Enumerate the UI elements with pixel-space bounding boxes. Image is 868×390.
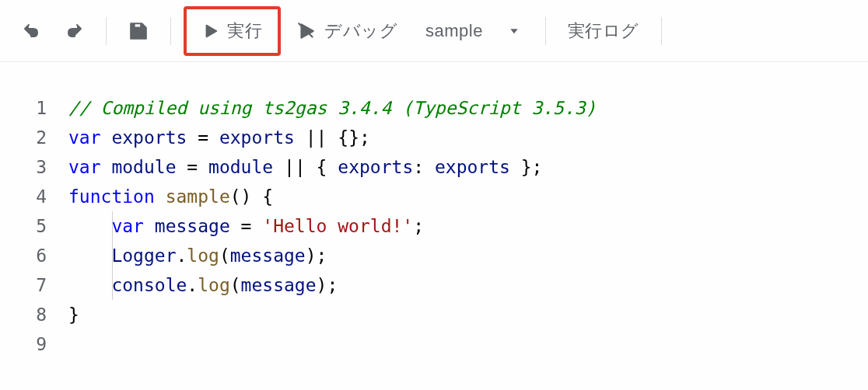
save-button[interactable] (119, 12, 158, 50)
code-line: // Compiled using ts2gas 3.4.4 (TypeScri… (68, 93, 868, 123)
line-number: 5 (0, 211, 47, 241)
line-number: 1 (0, 93, 47, 123)
line-number: 3 (0, 152, 47, 182)
chevron-down-icon (508, 25, 520, 37)
line-number: 8 (0, 300, 47, 329)
debug-button[interactable]: デバッグ (287, 12, 407, 50)
debug-icon (296, 21, 317, 41)
code-line: } (68, 300, 868, 329)
divider (170, 17, 171, 45)
code-line: function sample() { (68, 182, 868, 211)
log-label: 実行ログ (568, 19, 639, 43)
gutter: 123456789 (0, 93, 68, 359)
code-area: // Compiled using ts2gas 3.4.4 (TypeScri… (68, 93, 868, 359)
redo-button[interactable] (56, 12, 93, 50)
save-icon (128, 21, 149, 41)
undo-button[interactable] (12, 12, 50, 50)
undo-icon (22, 22, 40, 40)
play-icon (202, 23, 219, 40)
divider (661, 17, 662, 45)
code-line: var message = 'Hello world!'; (68, 211, 868, 241)
run-button[interactable]: 実行 (184, 6, 281, 56)
code-line: var exports = exports || {}; (68, 123, 868, 152)
toolbar: 実行 デバッグ sample 実行ログ (0, 0, 868, 62)
line-number: 2 (0, 123, 47, 152)
line-number: 9 (0, 329, 47, 359)
code-line: Logger.log(message); (68, 241, 868, 270)
function-select[interactable]: sample (413, 12, 533, 50)
function-selected: sample (425, 21, 483, 41)
code-editor[interactable]: 123456789 // Compiled using ts2gas 3.4.4… (0, 62, 868, 359)
line-number: 6 (0, 241, 47, 270)
redo-icon (65, 22, 84, 40)
line-number: 7 (0, 270, 47, 300)
code-line: console.log(message); (68, 270, 868, 300)
line-number: 4 (0, 182, 47, 211)
debug-label: デバッグ (324, 19, 397, 43)
code-line (68, 329, 868, 359)
log-button[interactable]: 実行ログ (558, 12, 649, 50)
code-line: var module = module || { exports: export… (68, 152, 868, 182)
run-label: 実行 (227, 19, 262, 43)
divider (106, 17, 107, 45)
divider (545, 17, 546, 45)
